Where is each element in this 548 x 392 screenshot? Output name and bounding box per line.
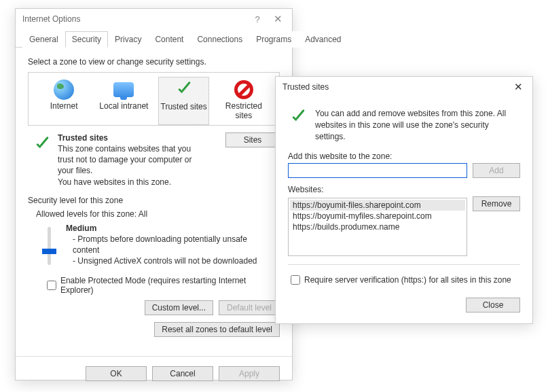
zone-local-intranet[interactable]: Local intranet — [98, 77, 149, 125]
popup-footer: Close — [276, 298, 532, 323]
tab-security[interactable]: Security — [65, 31, 108, 48]
globe-icon — [54, 79, 74, 100]
popup-title: Trusted sites — [282, 82, 508, 92]
zone-picker: Internet Local intranet Trusted sites Re… — [28, 72, 280, 126]
tab-content[interactable]: Content — [148, 31, 190, 48]
security-level-row: Medium - Prompts before downloading pote… — [28, 223, 280, 267]
trusted-sites-dialog: Trusted sites ✕ You can add and remove w… — [275, 76, 533, 324]
protected-mode-row: Enable Protected Mode (requires restarti… — [44, 276, 280, 295]
close-icon[interactable]: ✕ — [508, 81, 528, 93]
security-level-label: Security level for this zone — [28, 196, 280, 205]
zone-label: Trusted sites — [159, 102, 208, 111]
websites-label: Websites: — [288, 185, 520, 194]
default-level-button[interactable]: Default level — [219, 300, 280, 315]
reset-row: Reset all zones to default level — [28, 322, 280, 337]
reset-all-zones-button[interactable]: Reset all zones to default level — [154, 322, 280, 337]
zone-desc-title: Trusted sites — [58, 133, 108, 143]
popup-intro-row: You can add and remove websites from thi… — [288, 108, 520, 142]
popup-intro-text: You can add and remove websites from thi… — [315, 108, 520, 142]
list-item[interactable]: https://boyumit-myfiles.sharepoint.com — [290, 211, 465, 221]
internet-options-window: Internet Options ? ✕ General Security Pr… — [15, 8, 293, 380]
zone-label: Internet — [39, 101, 90, 111]
zone-restricted-sites[interactable]: Restricted sites — [218, 77, 269, 125]
level-description: Medium - Prompts before downloading pote… — [66, 223, 257, 267]
level-bullet-2: - Unsigned ActiveX controls will not be … — [66, 256, 257, 266]
content-area: Select a zone to view or change security… — [16, 48, 292, 344]
zone-description: Trusted sites This zone contains website… — [58, 132, 225, 188]
tab-programs[interactable]: Programs — [249, 31, 298, 48]
list-item[interactable]: https://builds.produmex.name — [290, 221, 465, 232]
checkmark-icon — [174, 80, 194, 101]
protected-mode-label: Enable Protected Mode (requires restarti… — [60, 276, 280, 295]
separator — [288, 264, 520, 265]
require-https-checkbox[interactable] — [291, 275, 300, 285]
tab-strip: General Security Privacy Content Connect… — [16, 31, 292, 48]
checkmark-icon — [32, 135, 52, 156]
apply-button[interactable]: Apply — [219, 366, 280, 381]
sites-button[interactable]: Sites — [225, 132, 280, 147]
zone-trusted-sites[interactable]: Trusted sites — [158, 77, 209, 125]
popup-titlebar: Trusted sites ✕ — [276, 77, 532, 97]
require-https-label: Require server verification (https:) for… — [304, 275, 511, 285]
slider-thumb[interactable] — [42, 249, 56, 254]
prohibit-icon — [234, 80, 253, 99]
ok-button[interactable]: OK — [86, 366, 147, 381]
security-slider[interactable] — [39, 227, 59, 267]
add-website-row: Add — [288, 163, 520, 178]
zone-desc-line1: This zone contains websites that you tru… — [58, 143, 207, 177]
allowed-levels-label: Allowed levels for this zone: All — [36, 209, 280, 219]
list-item[interactable]: https://boyumit-files.sharepoint.com — [290, 200, 465, 211]
dialog-footer: OK Cancel Apply — [16, 357, 292, 392]
titlebar: Internet Options ? ✕ — [16, 9, 292, 29]
websites-row: https://boyumit-files.sharepoint.com htt… — [288, 196, 520, 256]
websites-listbox[interactable]: https://boyumit-files.sharepoint.com htt… — [288, 198, 467, 256]
level-bullet-1: - Prompts before downloading potentially… — [66, 234, 256, 255]
protected-mode-checkbox[interactable] — [47, 281, 56, 290]
add-website-input[interactable] — [288, 163, 467, 178]
select-zone-prompt: Select a zone to view or change security… — [28, 57, 280, 67]
monitor-icon — [113, 82, 134, 97]
tab-advanced[interactable]: Advanced — [298, 31, 348, 48]
zone-label: Restricted sites — [218, 101, 269, 121]
custom-level-button[interactable]: Custom level... — [145, 300, 213, 315]
cancel-button[interactable]: Cancel — [152, 366, 213, 381]
close-button[interactable]: Close — [466, 298, 520, 313]
tab-general[interactable]: General — [22, 31, 65, 48]
level-name: Medium — [66, 224, 96, 233]
level-buttons-row: Custom level... Default level — [28, 300, 280, 315]
tab-connections[interactable]: Connections — [190, 31, 249, 48]
zone-label: Local intranet — [98, 101, 149, 111]
checkmark-icon — [288, 108, 308, 128]
remove-button[interactable]: Remove — [473, 196, 520, 211]
add-website-label: Add this website to the zone: — [288, 152, 520, 161]
close-icon[interactable]: ✕ — [268, 13, 288, 25]
require-https-row: Require server verification (https:) for… — [288, 273, 520, 287]
help-icon[interactable]: ? — [247, 14, 268, 24]
zone-description-row: Trusted sites This zone contains website… — [28, 132, 280, 188]
window-title: Internet Options — [22, 14, 247, 24]
tab-privacy[interactable]: Privacy — [108, 31, 148, 48]
add-button[interactable]: Add — [473, 163, 520, 178]
zone-desc-line2: You have websites in this zone. — [58, 177, 171, 187]
zone-internet[interactable]: Internet — [39, 77, 90, 125]
popup-body: You can add and remove websites from thi… — [276, 97, 532, 298]
